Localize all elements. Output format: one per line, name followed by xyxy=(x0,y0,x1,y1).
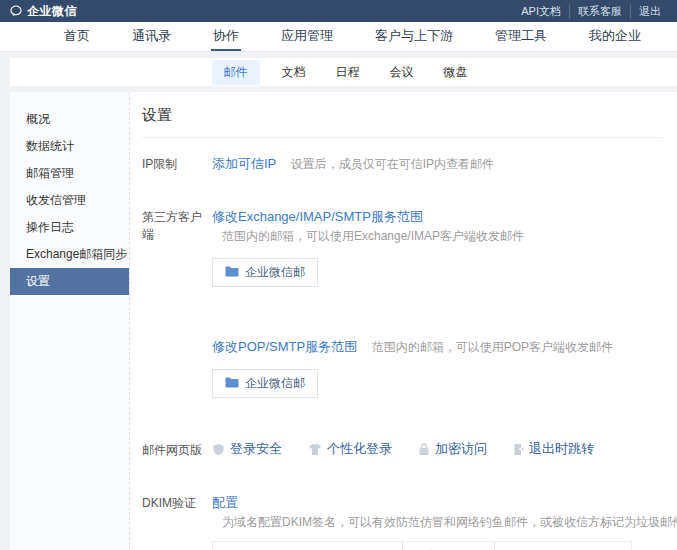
mail-settings-sidebar: 概况 数据统计 邮箱管理 收发信管理 操作日志 Exchange邮箱同步 设置 xyxy=(10,92,130,550)
ip-restriction-label: IP限制 xyxy=(142,154,212,173)
app-logo: 企业微信 xyxy=(10,3,77,20)
sidebar-item-settings[interactable]: 设置 xyxy=(10,268,129,295)
pop-scope-name: 企业微信邮 xyxy=(245,375,305,392)
personalized-login-icon xyxy=(308,443,322,456)
contact-support-link[interactable]: 联系客服 xyxy=(569,4,630,19)
exchange-scope-desc: 范围内的邮箱，可以使用Exchange/IMAP客户端收发邮件 xyxy=(222,229,524,243)
app-logo-text: 企业微信 xyxy=(27,3,77,20)
sidebar-item-overview[interactable]: 概况 xyxy=(10,106,129,133)
modify-exchange-scope-link[interactable]: 修改Exchange/IMAP/SMTP服务范围 xyxy=(212,209,423,224)
encrypted-access-text: 加密访问 xyxy=(435,440,487,458)
nav-item-app-management[interactable]: 应用管理 xyxy=(279,22,335,51)
table-header-status: 状态 xyxy=(403,542,495,550)
pop-scope-chip[interactable]: 企业微信邮 xyxy=(212,369,318,398)
tab-mail[interactable]: 邮件 xyxy=(212,60,260,85)
content-area: 概况 数据统计 邮箱管理 收发信管理 操作日志 Exchange邮箱同步 设置 … xyxy=(10,92,677,550)
personalized-login-text: 个性化登录 xyxy=(327,440,392,458)
exchange-scope-row: 修改Exchange/IMAP/SMTP服务范围 范围内的邮箱，可以使用Exch… xyxy=(212,207,663,287)
sidebar-item-send-receive-management[interactable]: 收发信管理 xyxy=(10,187,129,214)
nav-item-my-company[interactable]: 我的企业 xyxy=(587,22,643,51)
chat-bubble-icon xyxy=(10,5,23,17)
topbar-links: API文档 联系客服 退出 xyxy=(513,4,669,19)
section-webmail: 邮件网页版 登录安全 xyxy=(142,440,663,459)
nav-item-customers[interactable]: 客户与上下游 xyxy=(373,22,455,51)
table-header-row: 域名 状态 操作 xyxy=(213,542,632,550)
login-security-icon xyxy=(212,443,225,456)
login-security-link[interactable]: 登录安全 xyxy=(212,440,282,458)
exchange-scope-chip[interactable]: 企业微信邮 xyxy=(212,258,318,287)
table-header-domain: 域名 xyxy=(213,542,403,550)
api-doc-link[interactable]: API文档 xyxy=(513,4,569,19)
section-dkim: DKIM验证 配置 为域名配置DKIM签名，可以有效防范仿冒和网络钓鱼邮件，或被… xyxy=(142,493,663,550)
tab-schedule[interactable]: 日程 xyxy=(328,60,368,85)
dkim-config-row: 配置 为域名配置DKIM签名，可以有效防范仿冒和网络钓鱼邮件，或被收信方标记为垃… xyxy=(212,493,663,531)
section-third-party-client: 第三方客户端 修改Exchange/IMAP/SMTP服务范围 范围内的邮箱，可… xyxy=(142,207,663,398)
sidebar-item-statistics[interactable]: 数据统计 xyxy=(10,133,129,160)
pop-scope-desc: 范围内的邮箱，可以使用POP客户端收发邮件 xyxy=(372,340,613,354)
dkim-desc: 为域名配置DKIM签名，可以有效防范仿冒和网络钓鱼邮件，或被收信方标记为垃圾邮件 xyxy=(222,515,677,529)
third-party-label: 第三方客户端 xyxy=(142,207,212,243)
personalized-login-link[interactable]: 个性化登录 xyxy=(308,440,392,458)
encrypted-access-icon xyxy=(418,443,430,456)
dkim-configure-link[interactable]: 配置 xyxy=(212,495,238,510)
tab-drive[interactable]: 微盘 xyxy=(436,60,476,85)
nav-item-collaboration[interactable]: 协作 xyxy=(211,22,241,51)
settings-main-panel: 设置 IP限制 添加可信IP 设置后，成员仅可在可信IP内查看邮件 第三方客户端… xyxy=(130,92,677,550)
tab-docs[interactable]: 文档 xyxy=(274,60,314,85)
sidebar-item-operation-log[interactable]: 操作日志 xyxy=(10,214,129,241)
nav-item-home[interactable]: 首页 xyxy=(62,22,92,51)
page-container: 邮件 文档 日程 会议 微盘 概况 数据统计 邮箱管理 收发信管理 操作日志 E… xyxy=(10,58,677,550)
collaboration-subtabs: 邮件 文档 日程 会议 微盘 xyxy=(10,58,677,86)
logout-redirect-link[interactable]: 退出时跳转 xyxy=(513,440,594,458)
login-security-text: 登录安全 xyxy=(230,440,282,458)
logout-redirect-icon xyxy=(513,443,524,456)
dkim-label: DKIM验证 xyxy=(142,493,212,512)
sidebar-item-exchange-sync[interactable]: Exchange邮箱同步 xyxy=(10,241,129,268)
dkim-domain-table: 域名 状态 操作 988666.club 已验证 查看配置 xyxy=(212,541,632,550)
modify-pop-scope-link[interactable]: 修改POP/SMTP服务范围 xyxy=(212,339,357,354)
main-nav: 首页 通讯录 协作 应用管理 客户与上下游 管理工具 我的企业 xyxy=(0,22,677,52)
nav-item-contacts[interactable]: 通讯录 xyxy=(130,22,173,51)
encrypted-access-link[interactable]: 加密访问 xyxy=(418,440,487,458)
logout-redirect-text: 退出时跳转 xyxy=(529,440,594,458)
table-header-action: 操作 xyxy=(495,542,632,550)
nav-item-admin-tools[interactable]: 管理工具 xyxy=(493,22,549,51)
tab-meeting[interactable]: 会议 xyxy=(382,60,422,85)
department-folder-icon xyxy=(225,266,239,280)
webmail-label: 邮件网页版 xyxy=(142,440,212,459)
sidebar-item-mailbox-management[interactable]: 邮箱管理 xyxy=(10,160,129,187)
department-folder-icon xyxy=(225,377,239,391)
add-trusted-ip-link[interactable]: 添加可信IP xyxy=(212,156,276,171)
pop-scope-row: 修改POP/SMTP服务范围 范围内的邮箱，可以使用POP客户端收发邮件 企业微… xyxy=(212,337,663,398)
section-ip-restriction: IP限制 添加可信IP 设置后，成员仅可在可信IP内查看邮件 xyxy=(142,154,663,173)
topbar: 企业微信 API文档 联系客服 退出 xyxy=(0,0,677,22)
ip-restriction-desc: 设置后，成员仅可在可信IP内查看邮件 xyxy=(291,157,494,171)
page-title: 设置 xyxy=(142,102,663,138)
logout-link[interactable]: 退出 xyxy=(630,4,669,19)
exchange-scope-name: 企业微信邮 xyxy=(245,264,305,281)
